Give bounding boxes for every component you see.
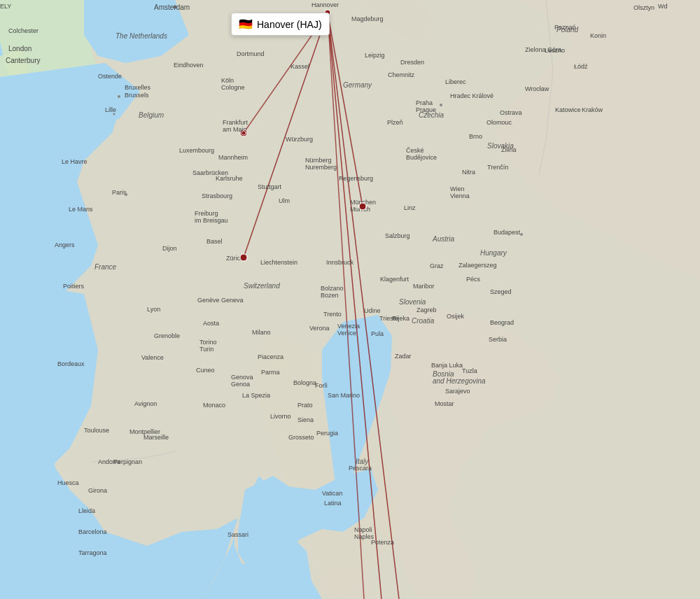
svg-text:Parma: Parma bbox=[261, 369, 280, 376]
svg-text:Vatican: Vatican bbox=[322, 490, 342, 497]
svg-text:Grosseto: Grosseto bbox=[288, 434, 314, 441]
svg-text:Graz: Graz bbox=[430, 262, 444, 269]
svg-text:Huesca: Huesca bbox=[57, 479, 79, 486]
svg-text:Bolzano: Bolzano bbox=[321, 285, 344, 292]
airport-label-popup: 🇩🇪 Hanover (HAJ) bbox=[231, 13, 330, 36]
map-svg: Amsterdam The Netherlands London Canterb… bbox=[0, 0, 700, 599]
svg-text:Wien: Wien bbox=[450, 185, 465, 192]
svg-point-167 bbox=[118, 95, 120, 98]
svg-text:Monaco: Monaco bbox=[203, 402, 225, 409]
svg-text:Pescara: Pescara bbox=[349, 465, 372, 472]
svg-text:Budapest: Budapest bbox=[493, 229, 521, 236]
svg-text:Venezia: Venezia bbox=[337, 323, 360, 330]
svg-text:Dresden: Dresden bbox=[400, 59, 424, 66]
svg-text:Perugia: Perugia bbox=[316, 430, 338, 437]
svg-text:Plzeň: Plzeň bbox=[387, 119, 403, 126]
svg-text:Maribor: Maribor bbox=[413, 283, 435, 290]
svg-text:Stuttgart: Stuttgart bbox=[258, 183, 282, 190]
svg-text:Poznań: Poznań bbox=[554, 24, 576, 31]
svg-text:Szeged: Szeged bbox=[490, 288, 512, 295]
svg-text:Piacenza: Piacenza bbox=[258, 353, 284, 360]
svg-text:Avignon: Avignon bbox=[134, 400, 157, 407]
svg-text:Wrocław: Wrocław bbox=[525, 85, 550, 92]
svg-text:Nitra: Nitra bbox=[462, 169, 475, 176]
svg-text:Luxembourg: Luxembourg bbox=[179, 147, 214, 154]
svg-point-171 bbox=[240, 254, 247, 261]
svg-text:Zadar: Zadar bbox=[395, 353, 412, 360]
svg-text:Udine: Udine bbox=[364, 307, 381, 314]
svg-text:Prague: Prague bbox=[416, 106, 436, 113]
svg-text:Basel: Basel bbox=[206, 238, 223, 245]
airport-label-text: Hanover (HAJ) bbox=[257, 19, 322, 30]
svg-text:Mannheim: Mannheim bbox=[218, 154, 248, 161]
svg-text:Aosta: Aosta bbox=[203, 320, 219, 327]
svg-text:Regensburg: Regensburg bbox=[339, 175, 373, 182]
svg-text:and Herzegovina: and Herzegovina bbox=[433, 377, 486, 385]
svg-text:ELY: ELY bbox=[0, 3, 11, 10]
svg-text:Chemnitz: Chemnitz bbox=[388, 71, 415, 78]
svg-text:Milano: Milano bbox=[252, 329, 271, 336]
svg-point-176 bbox=[520, 233, 523, 236]
svg-text:Konin: Konin bbox=[590, 32, 606, 39]
svg-text:La Spezia: La Spezia bbox=[242, 392, 270, 399]
svg-text:Croatia: Croatia bbox=[412, 317, 435, 325]
svg-text:Zielona Góra: Zielona Góra bbox=[525, 46, 561, 53]
svg-text:Praha: Praha bbox=[416, 99, 433, 106]
svg-text:Leipzig: Leipzig bbox=[365, 52, 385, 59]
svg-text:Angers: Angers bbox=[55, 241, 75, 248]
svg-text:Olsztyn: Olsztyn bbox=[634, 4, 654, 11]
svg-text:Liberec: Liberec bbox=[445, 78, 466, 85]
svg-text:Bordeaux: Bordeaux bbox=[57, 360, 85, 367]
svg-text:Andorra: Andorra bbox=[98, 458, 120, 465]
svg-text:Bologna: Bologna bbox=[293, 379, 316, 386]
svg-text:Forlì: Forlì bbox=[315, 382, 328, 389]
svg-text:Klagenfurt: Klagenfurt bbox=[380, 276, 410, 283]
svg-text:Genoa: Genoa bbox=[231, 381, 250, 388]
svg-text:Hungary: Hungary bbox=[480, 249, 507, 257]
svg-text:Tuzla: Tuzla bbox=[462, 367, 477, 374]
svg-text:Amsterdam: Amsterdam bbox=[154, 3, 190, 11]
svg-point-169 bbox=[125, 193, 127, 196]
svg-text:Verona: Verona bbox=[309, 325, 330, 332]
svg-text:Slovenia: Slovenia bbox=[399, 298, 426, 306]
svg-text:Germany: Germany bbox=[343, 81, 372, 89]
svg-text:im Breisgau: im Breisgau bbox=[195, 217, 228, 224]
svg-text:Eindhoven: Eindhoven bbox=[174, 62, 204, 69]
svg-text:Livorno: Livorno bbox=[270, 413, 291, 420]
svg-text:Toulouse: Toulouse bbox=[84, 427, 109, 434]
svg-text:Kassel: Kassel bbox=[290, 63, 309, 70]
svg-text:Tarragona: Tarragona bbox=[78, 549, 107, 556]
svg-text:France: France bbox=[94, 263, 117, 271]
svg-text:Hradec Králové: Hradec Králové bbox=[450, 92, 493, 99]
svg-text:Zalaegerszeg: Zalaegerszeg bbox=[458, 262, 497, 269]
svg-text:Genève Geneva: Genève Geneva bbox=[197, 297, 244, 304]
svg-text:Lyon: Lyon bbox=[147, 306, 160, 313]
svg-text:Le Mans: Le Mans bbox=[69, 206, 93, 213]
svg-text:Austria: Austria bbox=[432, 235, 455, 243]
svg-text:Girona: Girona bbox=[88, 487, 107, 494]
svg-text:Turin: Turin bbox=[200, 346, 214, 353]
svg-text:Barcelona: Barcelona bbox=[78, 528, 107, 535]
svg-text:Linz: Linz bbox=[404, 204, 416, 211]
svg-text:Frankfurt: Frankfurt bbox=[223, 119, 248, 126]
svg-text:Genova: Genova bbox=[231, 374, 253, 381]
svg-text:Dijon: Dijon bbox=[162, 245, 177, 252]
svg-point-173 bbox=[241, 131, 246, 135]
svg-text:Slovakia: Slovakia bbox=[487, 142, 514, 150]
svg-text:Trenčín: Trenčín bbox=[487, 164, 508, 171]
svg-text:London: London bbox=[8, 45, 31, 52]
svg-text:Latina: Latina bbox=[324, 500, 342, 507]
svg-text:Vienna: Vienna bbox=[450, 192, 470, 199]
svg-text:Bruxelles: Bruxelles bbox=[125, 84, 151, 91]
svg-text:Beograd: Beograd bbox=[490, 319, 514, 326]
svg-point-177 bbox=[359, 203, 366, 210]
svg-point-175 bbox=[440, 104, 442, 106]
svg-text:Colchester: Colchester bbox=[8, 27, 38, 34]
svg-text:Salzburg: Salzburg bbox=[385, 232, 410, 239]
svg-text:Belgium: Belgium bbox=[139, 111, 164, 119]
svg-text:Budějovice: Budějovice bbox=[406, 154, 437, 161]
svg-text:Prato: Prato bbox=[298, 402, 313, 409]
svg-text:Canterbury: Canterbury bbox=[6, 57, 40, 64]
svg-text:Nuremberg: Nuremberg bbox=[305, 164, 337, 171]
svg-text:Brno: Brno bbox=[469, 133, 482, 140]
